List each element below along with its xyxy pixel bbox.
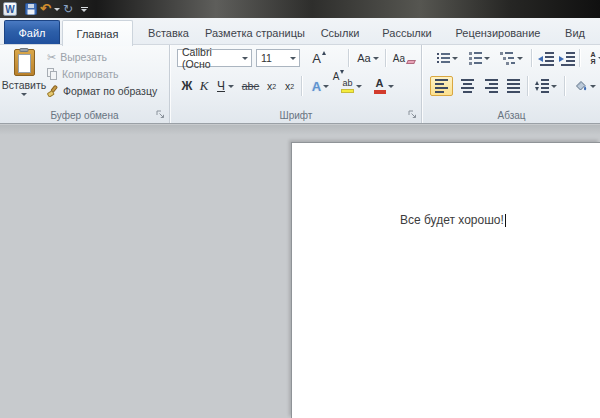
redo-icon: ↻: [63, 2, 73, 16]
grow-font-button[interactable]: A: [307, 49, 326, 67]
undo-dropdown[interactable]: [54, 2, 60, 17]
bold-button[interactable]: Ж: [179, 76, 195, 96]
arrow-down-icon: [340, 70, 344, 74]
clipboard-dialog-launcher[interactable]: [156, 110, 165, 119]
document-page[interactable]: Все будет хорошо!: [291, 142, 600, 418]
subscript-button[interactable]: x2: [263, 76, 280, 96]
clear-formatting-button[interactable]: Аа: [392, 49, 416, 67]
tab-review[interactable]: Рецензирование: [444, 21, 552, 44]
font-size-value: 11: [261, 52, 272, 64]
font-group-label: Шрифт: [171, 110, 421, 121]
bullets-button[interactable]: [433, 49, 461, 67]
undo-icon: ↶: [40, 2, 51, 16]
paste-label: Вставить: [2, 79, 47, 91]
text-cursor: [505, 214, 507, 227]
chevron-down-icon: [21, 93, 27, 96]
line-spacing-icon: [535, 79, 549, 93]
justify-icon: [507, 79, 520, 93]
tab-insert[interactable]: Вставка: [137, 21, 200, 44]
align-right-button[interactable]: [480, 76, 502, 96]
tab-references[interactable]: Ссылки: [310, 21, 370, 44]
text-effects-letter: A: [312, 79, 321, 94]
sort-button[interactable]: А Я: [583, 49, 600, 67]
align-center-button[interactable]: [456, 76, 478, 96]
format-painter-button[interactable]: Формат по образцу: [47, 83, 157, 99]
decrease-indent-icon: [538, 52, 554, 65]
font-color-icon: A: [374, 78, 386, 94]
tab-view[interactable]: Вид: [554, 21, 596, 44]
italic-letter: К: [200, 78, 209, 94]
chevron-down-icon[interactable]: [287, 50, 299, 66]
group-paragraph: А Я: [423, 45, 600, 123]
chevron-down-icon: [551, 85, 557, 88]
sort-icon: А Я: [590, 51, 595, 65]
bullet-list-icon: [437, 53, 450, 63]
align-left-button[interactable]: [430, 76, 453, 96]
numbering-button[interactable]: [465, 49, 493, 67]
chevron-down-icon: [356, 85, 362, 88]
justify-button[interactable]: [502, 76, 524, 96]
cut-label: Вырезать: [60, 51, 107, 63]
text-effects-button[interactable]: A: [307, 76, 334, 96]
align-center-icon: [461, 79, 474, 93]
italic-button[interactable]: К: [197, 76, 211, 96]
chevron-down-icon: [590, 85, 596, 88]
copy-button[interactable]: Копировать: [47, 66, 119, 82]
quick-access-menu-button[interactable]: [81, 7, 88, 12]
chevron-down-icon[interactable]: [240, 50, 251, 66]
eraser-icon: [406, 60, 416, 64]
chevron-down-icon: [228, 85, 234, 88]
scissors-icon: ✂: [47, 51, 56, 63]
tab-mailings[interactable]: Рассылки: [372, 21, 442, 44]
word-window: W ↶ ↻ Файл Главная Вставка Разметка стра…: [0, 0, 600, 418]
chevron-down-icon: [323, 85, 329, 88]
chevron-down-icon: [452, 57, 458, 60]
ribbon-tab-row: Файл Главная Вставка Разметка страницы С…: [0, 18, 600, 44]
strikethrough-letters: abe: [242, 80, 260, 92]
format-painter-icon: [47, 85, 59, 97]
increase-indent-button[interactable]: [557, 49, 576, 67]
undo-button[interactable]: ↶: [40, 2, 51, 17]
redo-button[interactable]: ↻: [63, 2, 73, 17]
increase-indent-icon: [559, 52, 575, 65]
save-button[interactable]: [25, 2, 37, 17]
copy-label: Копировать: [62, 68, 119, 80]
tab-home[interactable]: Главная: [62, 20, 133, 46]
change-case-letters: Aa: [357, 52, 370, 64]
group-font: Calibri (Осно 11 A A Aa Аа: [171, 45, 422, 123]
line-spacing-button[interactable]: [532, 76, 560, 96]
font-dialog-launcher[interactable]: [408, 110, 417, 119]
font-size-combo[interactable]: 11: [256, 49, 300, 67]
paste-button[interactable]: Вставить: [3, 47, 45, 109]
decrease-indent-button[interactable]: [536, 49, 555, 67]
grow-font-letter: A: [312, 51, 321, 66]
align-right-icon: [485, 79, 498, 93]
font-name-combo[interactable]: Calibri (Осно: [177, 49, 252, 67]
font-color-button[interactable]: A: [369, 76, 398, 96]
multilevel-list-button[interactable]: [497, 49, 526, 67]
tab-file[interactable]: Файл: [4, 20, 60, 44]
clear-formatting-letters: Аа: [393, 53, 405, 64]
document-text[interactable]: Все будет хорошо!: [400, 213, 504, 227]
paste-clipboard-icon: [14, 49, 35, 76]
tab-page-layout[interactable]: Разметка страницы: [202, 21, 308, 44]
change-case-button[interactable]: Aa: [354, 49, 382, 67]
cut-button[interactable]: ✂ Вырезать: [47, 49, 107, 65]
paint-bucket-icon: [573, 79, 588, 93]
shading-button[interactable]: [569, 76, 600, 96]
align-left-icon: [435, 79, 448, 93]
word-logo-icon[interactable]: W: [3, 2, 17, 16]
strikethrough-button[interactable]: abe: [240, 76, 261, 96]
chevron-down-icon: [517, 57, 523, 60]
group-clipboard: Вставить ✂ Вырезать Копировать Формат по…: [0, 45, 170, 123]
document-workspace[interactable]: Все будет хорошо!: [0, 125, 600, 418]
chevron-down-icon: [373, 57, 379, 60]
copy-icon: [47, 68, 58, 81]
paragraph-group-label: Абзац: [423, 110, 600, 121]
superscript-button[interactable]: x2: [281, 76, 298, 96]
chevron-down-icon: [54, 8, 60, 11]
title-bar: W ↶ ↻: [0, 0, 600, 18]
underline-button[interactable]: Ч: [213, 76, 238, 96]
qat-bar-icon: [81, 7, 88, 8]
highlight-color-button[interactable]: ab: [336, 76, 367, 96]
